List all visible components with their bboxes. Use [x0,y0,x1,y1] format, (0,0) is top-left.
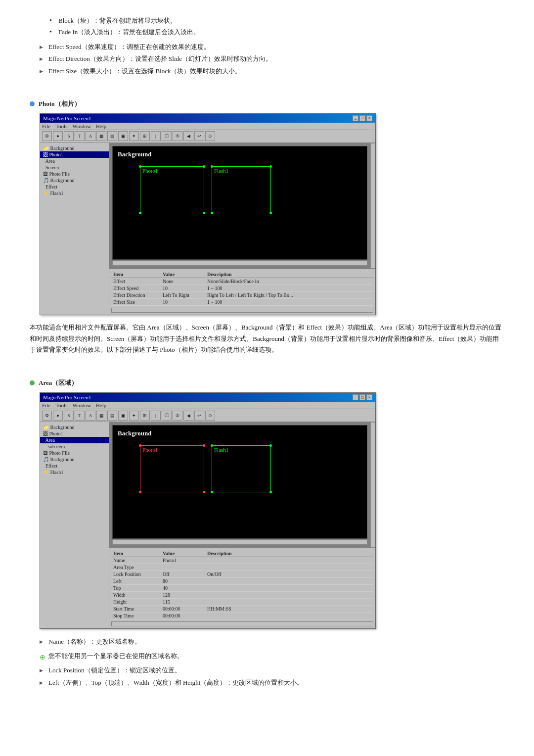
canvas-flash1-box[interactable]: Flash1 [212,166,271,213]
area-toolbar-btn-16[interactable]: ⊙ [205,411,215,421]
area-canvas-photo1-box[interactable]: Photo1 [140,445,204,492]
photo-properties-panel: Item Value Description Effect None None/… [109,269,375,315]
sidebar-flash1[interactable]: ⚡ Flash1 [40,190,109,196]
area-toolbar-btn-2[interactable]: ● [53,411,63,421]
area-app-window: MagicNetPro Screen1 _ □ × File Tools Win… [40,392,376,629]
area-toolbar-btn-13[interactable]: ⑤ [173,411,182,421]
area-prop-row-start: Start Time 00:00:00 HH:MM:SS [111,606,373,613]
area-properties-table: Item Value Description Name Photo1 Area … [111,550,373,619]
sidebar-photofile[interactable]: 🖼 Photo File [40,171,109,177]
photo-dot [30,101,35,106]
sidebar-background2[interactable]: 🎵 Background [40,177,109,184]
toolbar-btn-12[interactable]: Ⓣ [162,131,172,141]
area-canvas-flash1-box[interactable]: Flash1 [212,445,271,492]
area-sidebar-background[interactable]: 📁 Background [40,424,109,430]
toolbar-btn-7[interactable]: ▤ [107,131,117,141]
prop-row-size: Effect Size 10 1 ~ 100 [111,298,373,305]
area-menu-tools[interactable]: Tools [55,402,67,408]
note-item: ⊕ 您不能使用另一个显示器已在使用的区域名称。 [30,650,504,663]
area-toolbar-btn-1[interactable]: ⚙ [42,411,52,421]
menu-help[interactable]: Help [96,123,106,129]
flash-corner-bl [211,212,213,214]
area-sidebar-flash1[interactable]: ⚡ Flash1 [40,469,109,475]
toolbar-btn-6[interactable]: ▦ [96,131,106,141]
area-toolbar-btn-11[interactable]: | [151,411,161,421]
area-menu-help[interactable]: Help [96,402,106,408]
photo-scrollbar-v[interactable] [370,143,375,269]
corner-br [203,212,205,214]
photo-app-body: 📁 Background 🖼 Photo1 Area Screen 🖼 Phot… [40,143,375,315]
menu-window[interactable]: Window [72,123,90,129]
toolbar-btn-15[interactable]: ↩ [194,131,204,141]
area-close-button[interactable]: × [366,394,372,400]
area-toolbar-btn-6[interactable]: ▦ [96,411,106,421]
area-sidebar-photofile[interactable]: 🖼 Photo File [40,450,109,456]
area-sidebar-area[interactable]: Area [40,437,109,443]
area-menu-window[interactable]: Window [72,402,90,408]
toolbar-btn-1[interactable]: ⚙ [42,131,52,141]
area-sidebar-background2[interactable]: 🎵 Background [40,456,109,463]
area-prop-row-left: Left 80 [111,578,373,585]
area-col-item: Item [111,550,161,557]
area-toolbar-btn-10[interactable]: ⊞ [140,411,150,421]
area-canvas-main: Background Photo1 Flash1 [109,422,370,548]
toolbar-btn-16[interactable]: ⊙ [205,131,215,141]
area-props-scrollbar-h[interactable] [111,621,373,626]
area-prop-row-height: Height 115 [111,599,373,606]
area-sidebar-effect[interactable]: Effect [40,463,109,469]
area-sidebar-sub1[interactable]: sub item [40,443,109,450]
area-toolbar-btn-3[interactable]: S [64,411,74,421]
col-item: Item [111,271,161,278]
area-toolbar-btn-14[interactable]: ◀ [183,411,193,421]
area-toolbar-btn-5[interactable]: A [86,411,95,421]
area-minimize-button[interactable]: _ [353,394,358,400]
area-toolbar-btn-8[interactable]: ▣ [118,411,128,421]
maximize-button[interactable]: □ [359,115,365,121]
canvas-photo1-box[interactable]: Photo1 [140,166,204,213]
toolbar-btn-13[interactable]: ⑤ [173,131,182,141]
minimize-button[interactable]: _ [353,115,358,121]
area-app-body: 📁 Background 🖼 Photo1 Area sub item 🖼 Ph… [40,422,375,628]
toolbar-btn-10[interactable]: ⊞ [140,131,150,141]
menu-file[interactable]: File [42,123,50,129]
close-button[interactable]: × [366,115,372,121]
toolbar-btn-5[interactable]: A [86,131,95,141]
photo-scrollbar-h[interactable] [112,261,367,266]
area-toolbar-btn-15[interactable]: ↩ [194,411,204,421]
photo-menubar: File Tools Window Help [40,123,375,130]
sidebar-screen[interactable]: Screen [40,164,109,171]
block-fade-list: Block（块）：背景在创建后将显示块状。 Fade In（淡入淡出）：背景在创… [30,15,504,38]
area-toolbar-btn-7[interactable]: ▤ [107,411,117,421]
photo-toolbar: ⚙ ● S T A ▦ ▤ ▣ ✦ ⊞ | Ⓣ ⑤ ◀ ↩ ⊙ [40,130,375,143]
bottom-section: Name（名称）：更改区域名称。 ⊕ 您不能使用另一个显示器已在使用的区域名称。… [30,636,504,689]
area-scrollbar-h[interactable] [112,540,367,545]
area-toolbar-btn-4[interactable]: T [75,411,85,421]
menu-tools[interactable]: Tools [55,123,67,129]
area-menu-file[interactable]: File [42,402,50,408]
corner-tr [203,165,205,168]
sidebar-effect[interactable]: Effect [40,184,109,190]
area-toolbar-btn-12[interactable]: Ⓣ [162,411,172,421]
toolbar-btn-2[interactable]: ● [53,131,63,141]
sidebar-background[interactable]: 📁 Background [40,145,109,151]
area-toolbar: ⚙ ● S T A ▦ ▤ ▣ ✦ ⊞ | Ⓣ ⑤ ◀ ↩ ⊙ [40,409,375,422]
photo-section-header: Photo（相片） [30,99,504,108]
area-flash-corner-br [269,491,272,493]
area-sidebar-photo1[interactable]: 🖼 Photo1 [40,430,109,437]
toolbar-btn-14[interactable]: ◀ [183,131,193,141]
sidebar-area[interactable]: Area [40,158,109,164]
toolbar-btn-3[interactable]: S [64,131,74,141]
area-canvas: Background Photo1 Flash1 [112,425,367,539]
toolbar-btn-4[interactable]: T [75,131,85,141]
area-scrollbar-v[interactable] [370,422,375,548]
area-prop-row-name: Name Photo1 [111,557,373,564]
props-scrollbar-h[interactable] [111,308,373,313]
effect-speed-item: Effect Speed（效果速度）：调整正在创建的效果的速度。 [40,41,504,53]
area-maximize-button[interactable]: □ [359,394,365,400]
area-properties-panel: Item Value Description Name Photo1 Area … [109,548,375,628]
area-toolbar-btn-9[interactable]: ✦ [129,411,139,421]
toolbar-btn-8[interactable]: ▣ [118,131,128,141]
toolbar-btn-9[interactable]: ✦ [129,131,139,141]
toolbar-btn-11[interactable]: | [151,131,161,141]
sidebar-photo1[interactable]: 🖼 Photo1 [40,151,109,158]
